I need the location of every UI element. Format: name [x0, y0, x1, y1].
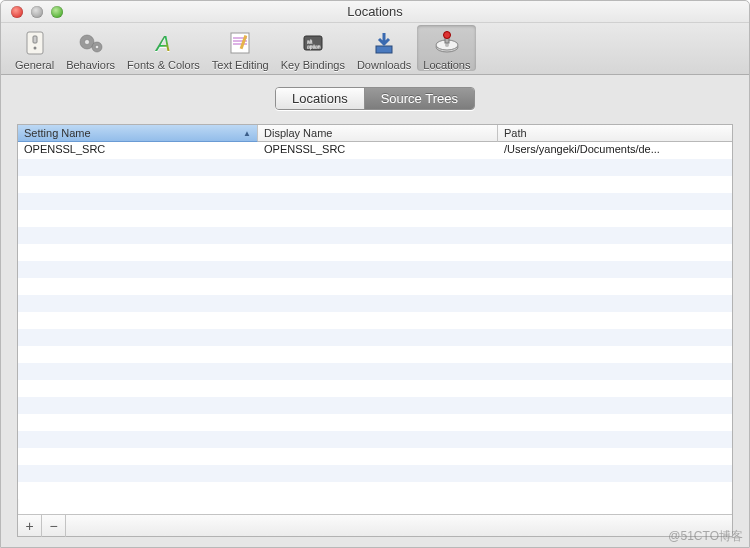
svg-point-6: [95, 45, 99, 49]
table-row: [18, 431, 732, 448]
svg-point-21: [443, 32, 450, 39]
segmented-control: Locations Source Trees: [275, 87, 475, 110]
add-button[interactable]: +: [18, 515, 42, 537]
preferences-window: Locations General Behaviors A Fonts & Co…: [0, 0, 750, 548]
titlebar: Locations: [1, 1, 749, 23]
column-setting-name[interactable]: Setting Name: [18, 125, 258, 142]
toolbar-label: Key Bindings: [281, 59, 345, 71]
remove-button[interactable]: −: [42, 515, 66, 537]
toolbar-label: Text Editing: [212, 59, 269, 71]
preferences-toolbar: General Behaviors A Fonts & Colors Text …: [1, 23, 749, 75]
tab-source-trees[interactable]: Source Trees: [365, 88, 474, 109]
toolbar-label: Fonts & Colors: [127, 59, 200, 71]
segmented-control-wrap: Locations Source Trees: [17, 87, 733, 110]
table-row: [18, 261, 732, 278]
toolbar-fonts-colors[interactable]: A Fonts & Colors: [121, 25, 206, 71]
svg-text:A: A: [154, 31, 171, 56]
toolbar-label: Locations: [423, 59, 470, 71]
fonts-icon: A: [147, 27, 179, 59]
toolbar-downloads[interactable]: Downloads: [351, 25, 417, 71]
table-row: [18, 227, 732, 244]
toolbar-locations[interactable]: Locations: [417, 25, 476, 71]
toolbar-key-bindings[interactable]: altoption Key Bindings: [275, 25, 351, 71]
svg-rect-16: [376, 46, 392, 53]
svg-point-4: [84, 40, 89, 45]
svg-text:option: option: [307, 43, 321, 49]
table-row: [18, 363, 732, 380]
watermark: @51CTO博客: [668, 528, 743, 545]
table-row: [18, 465, 732, 482]
download-icon: [368, 27, 400, 59]
svg-point-2: [33, 47, 36, 50]
table-row: [18, 159, 732, 176]
table-row: [18, 397, 732, 414]
switch-icon: [19, 27, 51, 59]
toolbar-label: Downloads: [357, 59, 411, 71]
table-row: [18, 210, 732, 227]
table-row: [18, 482, 732, 499]
toolbar-general[interactable]: General: [9, 25, 60, 71]
toolbar-text-editing[interactable]: Text Editing: [206, 25, 275, 71]
table-row: [18, 278, 732, 295]
table-row: [18, 244, 732, 261]
content-area: Locations Source Trees Setting Name Disp…: [1, 75, 749, 547]
toolbar-behaviors[interactable]: Behaviors: [60, 25, 121, 71]
toolbar-label: General: [15, 59, 54, 71]
table-row: [18, 193, 732, 210]
table-row: [18, 414, 732, 431]
table-row: [18, 176, 732, 193]
table-body[interactable]: OPENSSL_SRC OPENSSL_SRC /Users/yangeki/D…: [18, 142, 732, 514]
disk-icon: [431, 27, 463, 59]
svg-rect-1: [33, 36, 37, 43]
key-icon: altoption: [297, 27, 329, 59]
cell-display-name: OPENSSL_SRC: [258, 142, 498, 159]
toolbar-label: Behaviors: [66, 59, 115, 71]
notepad-icon: [224, 27, 256, 59]
table-row: [18, 448, 732, 465]
source-trees-table: Setting Name Display Name Path OPENSSL_S…: [17, 124, 733, 537]
table-row: [18, 380, 732, 397]
window-title: Locations: [1, 4, 749, 19]
gears-icon: [75, 27, 107, 59]
tab-locations[interactable]: Locations: [276, 88, 365, 109]
table-row: [18, 312, 732, 329]
table-row: [18, 329, 732, 346]
table-row: [18, 295, 732, 312]
svg-point-19: [445, 43, 449, 47]
cell-path: /Users/yangeki/Documents/de...: [498, 142, 732, 159]
column-display-name[interactable]: Display Name: [258, 125, 498, 142]
table-header: Setting Name Display Name Path: [18, 125, 732, 142]
cell-setting-name: OPENSSL_SRC: [18, 142, 258, 159]
table-row[interactable]: OPENSSL_SRC OPENSSL_SRC /Users/yangeki/D…: [18, 142, 732, 159]
table-footer: + −: [18, 514, 732, 536]
column-path[interactable]: Path: [498, 125, 732, 142]
table-row: [18, 346, 732, 363]
